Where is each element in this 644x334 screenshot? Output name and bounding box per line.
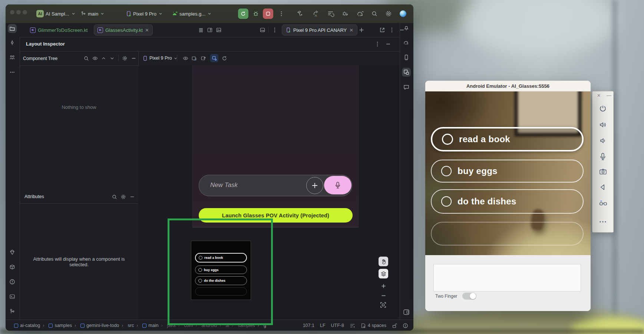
view-mode-split-button[interactable] <box>207 27 213 33</box>
branch-selector[interactable]: main <box>81 9 105 18</box>
emulator-back-button[interactable] <box>599 184 606 191</box>
window-minimize-button[interactable] <box>16 10 21 14</box>
sidebar-item-version-control[interactable] <box>9 308 15 314</box>
device-selector[interactable]: Pixel 9 Pro <box>126 9 163 18</box>
emulator-titlebar[interactable]: Android Emulator - AI_Glasses:5556 <box>425 81 591 91</box>
tool-assistant[interactable] <box>403 84 409 90</box>
tree-settings-button[interactable] <box>122 56 128 61</box>
run-configuration-selector[interactable]: samples.g... <box>172 9 212 18</box>
device-view-options-button[interactable] <box>183 56 188 61</box>
glasses-camera-view[interactable]: read a book buy eggs do the dishes <box>425 91 591 255</box>
error-indicator-icon[interactable] <box>403 323 408 328</box>
apply-changes-restart-button[interactable] <box>341 10 349 18</box>
sidebar-item-more[interactable] <box>9 69 15 75</box>
running-device-tab[interactable]: Pixel 9 Pro API CANARY ✕ <box>282 24 357 36</box>
window-close-button[interactable] <box>10 10 14 14</box>
emulator-glasses-button[interactable] <box>599 200 607 207</box>
editor-options-menu[interactable] <box>272 27 277 33</box>
refresh-button[interactable] <box>222 56 227 61</box>
emulator-task-selected[interactable]: read a book <box>431 127 584 151</box>
tree-search-button[interactable] <box>83 56 89 61</box>
lock-open-icon[interactable] <box>392 323 397 328</box>
snapshot-button[interactable] <box>191 56 197 61</box>
tool-layout-inspector[interactable] <box>403 69 409 75</box>
expand-all-button[interactable] <box>101 56 106 61</box>
emulator-panel-close-button[interactable]: ✕ <box>597 93 601 98</box>
add-device-button[interactable] <box>359 27 364 33</box>
sidebar-item-problems[interactable] <box>9 279 15 285</box>
inspector-device-selector[interactable]: Pixel 9 Pro <box>143 54 178 63</box>
sidebar-item-commit[interactable] <box>9 40 15 46</box>
emulator-panel-minimize-button[interactable]: — <box>607 93 611 98</box>
window-zoom-button[interactable] <box>23 10 27 14</box>
breadcrumb-item[interactable]: main <box>134 323 158 328</box>
profiler-run-button[interactable] <box>296 10 304 18</box>
component-tree-panel[interactable]: Nothing to show <box>20 66 138 191</box>
sidebar-item-structure[interactable] <box>9 54 15 60</box>
inspector-minimize-button[interactable] <box>385 41 391 47</box>
view-mode-design-button[interactable] <box>216 27 222 33</box>
project-selector[interactable]: AI AI Sampl... <box>36 9 76 18</box>
emulator-camera-button[interactable] <box>599 168 607 175</box>
settings-button[interactable] <box>385 10 392 17</box>
sidebar-item-build[interactable] <box>9 264 15 270</box>
sidebar-item-terminal[interactable] <box>9 294 15 300</box>
sidebar-item-project[interactable] <box>9 26 15 31</box>
emulator-volume-down-button[interactable] <box>599 137 607 144</box>
breadcrumb-item[interactable]: gemini-live-todo <box>72 323 119 328</box>
add-task-button[interactable] <box>306 177 323 194</box>
close-device-tab-icon[interactable]: ✕ <box>349 28 353 33</box>
device-screen-mirror[interactable]: New Task Launch Glasses POV Activity (Pr… <box>192 66 359 227</box>
search-everywhere-button[interactable] <box>371 10 378 17</box>
file-encoding[interactable]: UTF-8 <box>331 323 344 328</box>
sidebar-item-plugins[interactable] <box>9 249 15 255</box>
tree-view-options-button[interactable] <box>92 56 98 61</box>
line-separator[interactable]: LF <box>320 323 326 328</box>
tool-gradle[interactable] <box>403 40 410 46</box>
touch-input-area[interactable] <box>433 264 581 291</box>
sync-list-button[interactable] <box>327 10 335 18</box>
zoom-out-button[interactable] <box>381 293 386 298</box>
debug-button[interactable] <box>252 10 259 17</box>
indent-widget[interactable]: 4 spaces <box>361 323 386 328</box>
rerun-button[interactable] <box>238 9 248 19</box>
run-options-menu[interactable] <box>279 11 284 17</box>
breadcrumb-item[interactable]: samples <box>40 323 72 328</box>
layers-3d-button[interactable] <box>379 269 388 278</box>
caret-position[interactable]: 107:1 <box>303 323 314 328</box>
export-snapshot-button[interactable] <box>201 56 206 61</box>
emulator-power-button[interactable] <box>599 105 607 112</box>
apply-changes-button[interactable]: A <box>312 10 320 18</box>
voice-input-button[interactable] <box>324 176 351 194</box>
open-in-window-button[interactable] <box>379 27 385 33</box>
breadcrumb-item[interactable]: ai-catalog <box>14 323 40 328</box>
collapse-all-button[interactable] <box>109 56 115 61</box>
two-finger-toggle[interactable] <box>462 293 476 300</box>
tool-device-manager[interactable] <box>403 54 409 60</box>
emulator-task[interactable]: do the dishes <box>431 189 584 214</box>
live-updates-toggle[interactable] <box>210 54 218 62</box>
emulator-microphone-button[interactable] <box>599 153 607 161</box>
gradle-sync-button[interactable] <box>356 10 364 17</box>
zoom-to-fit-button[interactable] <box>380 302 386 308</box>
devices-options-menu[interactable] <box>389 27 394 33</box>
screenshot-button[interactable] <box>260 27 265 33</box>
view-mode-list-button[interactable] <box>198 27 204 33</box>
emulator-volume-up-button[interactable] <box>599 121 607 128</box>
attributes-search-button[interactable] <box>112 194 117 200</box>
tool-running-devices[interactable] <box>403 309 410 315</box>
stop-button[interactable] <box>263 9 273 19</box>
indent-settings-icon[interactable] <box>350 323 355 328</box>
tab-glassesactivity-active[interactable]: K GlassesActivity.kt ✕ <box>94 24 153 36</box>
attributes-minimize-button[interactable] <box>129 194 135 200</box>
profile-avatar[interactable] <box>400 10 406 17</box>
emulator-more-button[interactable] <box>599 220 607 223</box>
attributes-settings-button[interactable] <box>120 194 126 200</box>
pan-mode-button[interactable] <box>379 257 388 266</box>
close-tab-icon[interactable]: ✕ <box>145 28 149 33</box>
emulator-task[interactable]: buy eggs <box>431 160 584 183</box>
breadcrumb-item[interactable]: src <box>119 323 134 328</box>
zoom-in-button[interactable] <box>381 283 386 289</box>
tree-minimize-button[interactable] <box>131 56 136 61</box>
tab-glimmertodoscreen[interactable]: K GlimmerToDoScreen.kt <box>30 23 87 37</box>
